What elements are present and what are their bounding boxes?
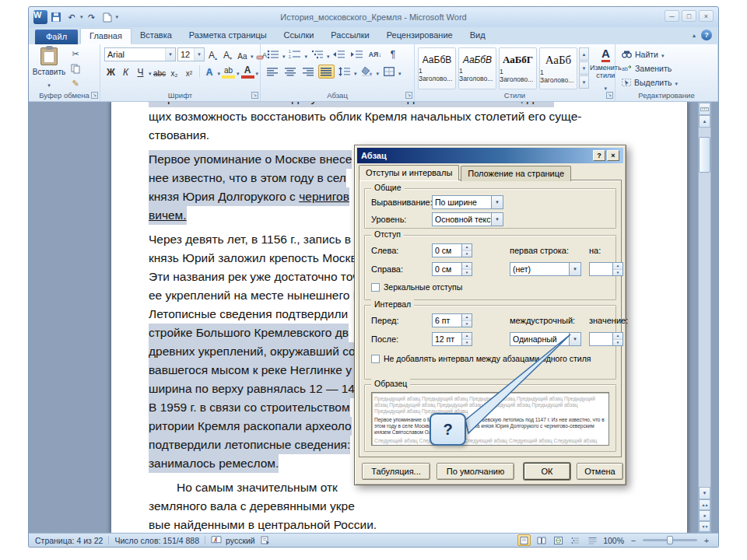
first-line-dropdown[interactable]: (нет) [510,262,581,276]
qat-customize-button[interactable] [116,14,119,20]
spin-down-icon[interactable] [462,251,472,257]
multilevel-list-button[interactable] [309,47,325,61]
copy-button[interactable] [67,62,84,75]
select-browse-object-button[interactable] [699,510,710,521]
strikethrough-button[interactable]: abc [153,65,167,79]
callout-question-box[interactable]: ? [430,413,466,446]
shrink-font-button[interactable]: А [221,47,234,61]
spin-up-icon[interactable] [613,263,622,270]
styles-scroll-down-button[interactable]: ▼ [579,61,589,75]
paste-button[interactable]: Вставить [31,47,67,90]
indent-right-spinner[interactable]: 0 см [432,262,472,276]
spacing-before-spinner[interactable]: 6 пт [432,313,472,327]
ruler-toggle-button[interactable] [699,103,710,115]
align-left-button[interactable] [265,65,281,79]
justify-button[interactable] [318,65,335,79]
line-spacing-dropdown-icon[interactable] [569,333,580,345]
bullets-button[interactable] [265,47,281,61]
spacing-after-spinner[interactable]: 12 пт [432,332,472,346]
spacing-at-spinner[interactable] [589,332,623,346]
scrollbar-thumb[interactable] [699,137,710,173]
document-line[interactable]: князь Юрий заложил крепость Москв [149,249,357,268]
font-size-dropdown-icon[interactable] [194,48,204,61]
bullets-dropdown-icon[interactable] [282,47,286,61]
spin-up-icon[interactable] [462,314,472,321]
borders-dropdown-icon[interactable] [398,65,402,79]
align-center-button[interactable] [282,65,299,79]
zoom-slider-thumb[interactable] [667,536,673,544]
alignment-dropdown[interactable]: По ширине [432,195,503,209]
macro-icon[interactable] [261,536,270,544]
shading-dropdown-icon[interactable] [377,65,380,79]
cancel-button[interactable]: Отмена [577,463,623,480]
sort-button[interactable]: АЯ↓ [367,47,384,61]
style-item[interactable]: АаБбВ1 Заголово... [418,47,456,89]
ribbon-tab-3[interactable]: Разметка страницы [181,28,275,44]
font-name-combo[interactable]: Arial [104,47,176,61]
document-line[interactable]: вавшегося мысом к реке Неглинке у В [149,361,363,380]
ok-button[interactable]: ОК [524,463,570,480]
scrollbar-track[interactable] [699,128,710,487]
print-preview-button[interactable] [100,10,114,24]
subscript-button[interactable]: x₂ [168,65,181,79]
grow-font-button[interactable]: А [206,47,219,61]
document-line[interactable]: ширина по верху равнялась 12 — 14 [149,380,355,398]
style-item[interactable]: АаБбГ1 Заголово... [499,47,537,89]
set-default-button[interactable]: По умолчанию [437,463,514,480]
scroll-down-button[interactable] [699,487,710,499]
italic-button[interactable]: К [119,65,132,79]
font-color-dropdown-icon[interactable] [256,65,259,79]
previous-page-button[interactable] [699,499,710,510]
ribbon-tab-7[interactable]: Вид [461,28,494,44]
spin-down-icon[interactable] [613,340,622,346]
full-screen-reading-view-button[interactable] [535,534,548,546]
multilevel-dropdown-icon[interactable] [327,47,330,61]
next-page-button[interactable] [699,521,710,532]
word-count[interactable]: Число слов: 151/4 888 [114,536,199,545]
style-item[interactable]: АаБб1 Заголово... [539,47,577,89]
close-button[interactable]: × [699,10,714,22]
document-line[interactable]: занималось ремеслом. [149,454,279,473]
document-line[interactable]: Но самым значительным отк [149,478,338,497]
document-line[interactable]: земляного вала с деревянными укре [149,497,355,516]
dialog-help-button[interactable]: ? [593,150,605,161]
indent-by-spinner[interactable] [589,262,623,276]
change-case-dropdown-icon[interactable] [251,47,254,61]
help-icon[interactable]: ? [701,30,712,40]
font-name-dropdown-icon[interactable] [165,48,175,61]
language-indicator[interactable]: русский [226,536,255,545]
style-item[interactable]: АаБбВ1 Заголово... [458,47,496,89]
spellcheck-icon[interactable]: ✗ [211,536,222,544]
document-line[interactable]: Через девять лет, в 1156 г., запись в [149,230,351,249]
indent-left-spinner[interactable]: 0 см [432,243,472,257]
spin-up-icon[interactable] [462,333,472,340]
spin-down-icon[interactable] [462,321,472,327]
tabs-button[interactable]: Табуляция... [362,463,430,480]
find-button[interactable]: Найти [622,47,664,61]
document-line[interactable]: сохранилось очень мало документальных св… [149,102,554,107]
alignment-dropdown-icon[interactable] [491,196,503,208]
line-spacing-dropdown[interactable]: Одинарный [510,332,581,346]
ribbon-tab-6[interactable]: Рецензирование [378,28,461,44]
zoom-in-button[interactable]: + [701,535,712,546]
minimize-button[interactable]: ─ [665,10,679,22]
styles-dialog-launcher[interactable] [606,92,613,99]
document-line[interactable]: щих возможность восстановить облик Кремл… [149,107,581,126]
line-spacing-dropdown-icon[interactable] [354,65,357,79]
dialog-title-bar[interactable]: Абзац ? × [357,148,623,163]
zoom-out-button[interactable]: − [628,535,639,546]
spin-down-icon[interactable] [462,270,472,276]
numbering-dropdown-icon[interactable] [305,47,308,61]
highlight-dropdown-icon[interactable] [237,65,240,79]
page-indicator[interactable]: Страница: 4 из 22 [35,536,103,545]
spin-up-icon[interactable] [462,244,472,251]
numbering-button[interactable]: 1.2. [287,47,303,61]
zoom-slider[interactable] [643,539,697,541]
increase-indent-button[interactable] [349,47,366,61]
tab-indents-spacing[interactable]: Отступы и интервалы [359,165,459,180]
spin-down-icon[interactable] [613,270,622,276]
ribbon-tab-1[interactable]: Главная [80,28,132,44]
font-color-button[interactable]: А [241,65,254,79]
document-line[interactable]: Эти названия рек уже достаточно точ [149,268,359,286]
document-line[interactable]: В 1959 г. в связи со строительством [149,398,350,417]
